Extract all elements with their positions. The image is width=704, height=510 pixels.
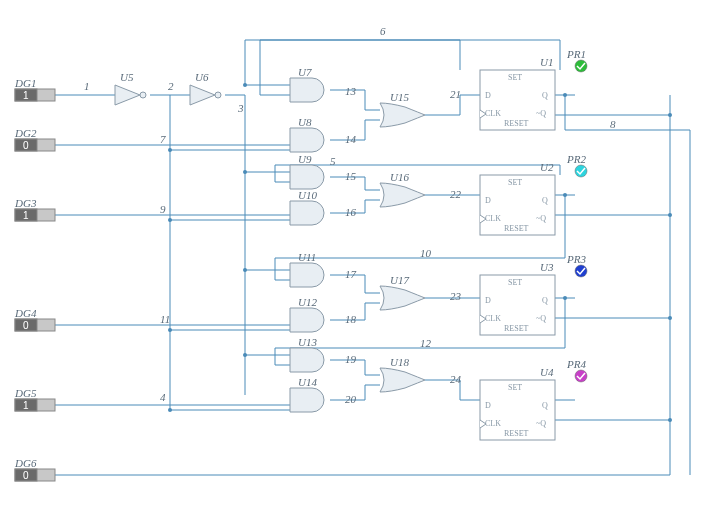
input-DG4[interactable]: DG40 <box>14 307 55 331</box>
svg-text:SET: SET <box>508 178 522 187</box>
svg-text:Q: Q <box>542 91 548 100</box>
and-U11: U11 <box>290 251 324 287</box>
and-gates: U7U8U9U10U11U12U13U14 <box>290 66 324 412</box>
inverter-U6: U6 <box>190 71 221 105</box>
net-label: 5 <box>330 155 336 167</box>
net-label: 6 <box>380 25 386 37</box>
dff-U1: U1SETDQCLK~QRESET <box>480 56 555 130</box>
input-label: DG2 <box>14 127 37 139</box>
input-DG6[interactable]: DG60 <box>14 457 55 481</box>
svg-point-12 <box>668 213 672 217</box>
svg-text:D: D <box>485 401 491 410</box>
or-U17: U17 <box>380 274 425 310</box>
probe-icon <box>575 370 587 382</box>
svg-text:CLK: CLK <box>485 214 501 223</box>
input-label: DG3 <box>14 197 37 209</box>
inputs: DG11DG20DG31DG40DG51DG60 <box>14 77 55 481</box>
svg-text:CLK: CLK <box>485 109 501 118</box>
net-label: 15 <box>345 170 357 182</box>
net-label: 3 <box>237 102 244 114</box>
and-U14: U14 <box>290 376 324 412</box>
probe-PR2: PR2 <box>566 153 587 177</box>
input-DG3[interactable]: DG31 <box>14 197 55 221</box>
svg-point-8 <box>563 93 567 97</box>
svg-text:U1: U1 <box>540 56 553 68</box>
and-U7: U7 <box>290 66 324 102</box>
svg-text:U7: U7 <box>298 66 312 78</box>
svg-text:SET: SET <box>508 278 522 287</box>
svg-text:Q: Q <box>542 196 548 205</box>
net-label: 17 <box>345 268 357 280</box>
svg-text:U11: U11 <box>298 251 316 263</box>
net-label: 23 <box>450 290 462 302</box>
and-U12: U12 <box>290 296 324 332</box>
input-value: 0 <box>23 140 29 151</box>
probe-icon <box>575 60 587 72</box>
net-label: 20 <box>345 393 357 405</box>
svg-text:D: D <box>485 296 491 305</box>
svg-text:U5: U5 <box>120 71 134 83</box>
input-label: DG5 <box>14 387 37 399</box>
svg-point-14 <box>668 418 672 422</box>
input-DG2[interactable]: DG20 <box>14 127 55 151</box>
svg-point-13 <box>668 316 672 320</box>
svg-point-11 <box>668 113 672 117</box>
input-DG1[interactable]: DG11 <box>14 77 55 101</box>
svg-text:D: D <box>485 196 491 205</box>
svg-point-2 <box>168 328 172 332</box>
svg-point-30 <box>215 92 221 98</box>
input-label: DG1 <box>14 77 36 89</box>
svg-text:PR3: PR3 <box>566 253 586 265</box>
probe-PR1: PR1 <box>566 48 587 72</box>
input-value: 0 <box>23 470 29 481</box>
net-label: 13 <box>345 85 357 97</box>
svg-text:U2: U2 <box>540 161 554 173</box>
net-label: 2 <box>168 80 174 92</box>
svg-text:U15: U15 <box>390 91 409 103</box>
svg-text:U17: U17 <box>390 274 409 286</box>
svg-text:RESET: RESET <box>504 119 529 128</box>
svg-text:~Q: ~Q <box>536 109 546 118</box>
inverter-U5: U5 <box>115 71 146 105</box>
input-value: 1 <box>23 400 29 411</box>
svg-point-10 <box>563 296 567 300</box>
and-U13: U13 <box>290 336 324 372</box>
input-label: DG4 <box>14 307 37 319</box>
net-label: 9 <box>160 203 166 215</box>
net-label: 16 <box>345 206 357 218</box>
svg-text:~Q: ~Q <box>536 314 546 323</box>
input-value: 1 <box>23 90 29 101</box>
dff-U2: U2SETDQCLK~QRESET <box>480 161 555 235</box>
net-label: 14 <box>345 133 357 145</box>
net-label: 10 <box>420 247 432 259</box>
svg-point-4 <box>243 83 247 87</box>
svg-text:Q: Q <box>542 401 548 410</box>
net-label: 11 <box>160 313 170 325</box>
dff-U4: U4SETDQCLK~QRESET <box>480 366 555 440</box>
schematic-canvas: DG11DG20DG31DG40DG51DG60 U5U6 U7U8U9U10U… <box>0 0 704 510</box>
or-U18: U18 <box>380 356 425 392</box>
net-label: 8 <box>610 118 616 130</box>
svg-text:U12: U12 <box>298 296 317 308</box>
net-label: 24 <box>450 373 462 385</box>
or-gates: U15U16U17U18 <box>380 91 425 392</box>
svg-text:PR4: PR4 <box>566 358 586 370</box>
svg-point-3 <box>168 408 172 412</box>
svg-point-9 <box>563 193 567 197</box>
svg-text:Q: Q <box>542 296 548 305</box>
and-U8: U8 <box>290 116 324 152</box>
svg-text:CLK: CLK <box>485 419 501 428</box>
input-value: 1 <box>23 210 29 221</box>
and-U10: U10 <box>290 189 324 225</box>
svg-text:~Q: ~Q <box>536 419 546 428</box>
svg-text:~Q: ~Q <box>536 214 546 223</box>
svg-point-1 <box>168 218 172 222</box>
input-label: DG6 <box>14 457 37 469</box>
input-DG5[interactable]: DG51 <box>14 387 55 411</box>
svg-text:PR1: PR1 <box>566 48 586 60</box>
svg-point-6 <box>243 268 247 272</box>
or-U15: U15 <box>380 91 425 127</box>
net-label: 19 <box>345 353 357 365</box>
probe-icon <box>575 165 587 177</box>
svg-text:D: D <box>485 91 491 100</box>
